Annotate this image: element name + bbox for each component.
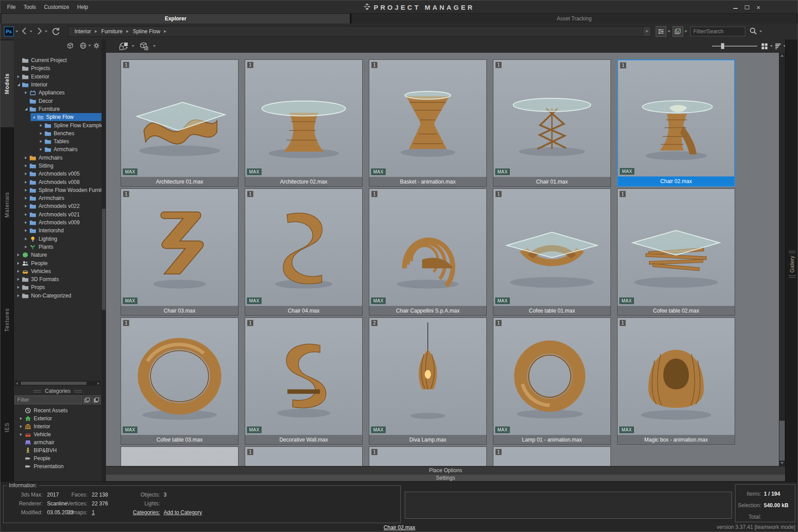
- tree-item-archmodels-v009[interactable]: Archmodels v009: [14, 219, 102, 227]
- tree-vertical-scrollbar[interactable]: [102, 39, 106, 481]
- tree-item-spline-flow-wooden-furniture[interactable]: Spline Flow Wooden Furniture: [14, 186, 102, 194]
- asset-card-cofee-table-03-max[interactable]: 1MAXCofee table 03.max: [121, 317, 239, 445]
- tree-item-people[interactable]: People: [14, 259, 102, 267]
- tree-item-current-project[interactable]: Current Project: [14, 56, 102, 64]
- expand-arrow-icon[interactable]: [16, 270, 21, 273]
- expand-arrow-icon[interactable]: [38, 140, 44, 143]
- asset-card[interactable]: [121, 446, 239, 466]
- info-label[interactable]: Categories:: [109, 509, 160, 516]
- gear-icon[interactable]: [93, 42, 100, 49]
- sort-icon[interactable]: [775, 43, 782, 50]
- photoshop-button[interactable]: Ps: [4, 27, 14, 36]
- expand-arrow-icon[interactable]: [16, 254, 21, 256]
- view-dropdown-icon[interactable]: [770, 45, 773, 47]
- back-dropdown-icon[interactable]: [30, 31, 32, 32]
- scroll-left-icon[interactable]: [16, 382, 18, 385]
- tree-item-sitting[interactable]: Sitting: [14, 162, 102, 170]
- tree-item-non-categorized[interactable]: Non-Categorized: [14, 292, 102, 300]
- asset-card-architecture-02-max[interactable]: 1MAXArchitecture 02.max: [245, 59, 363, 187]
- tree-item-archmodels-v022[interactable]: Archmodels v022: [14, 202, 102, 210]
- menu-file[interactable]: File: [3, 2, 20, 12]
- expand-arrow-icon[interactable]: [18, 417, 24, 420]
- asset-card-cofee-table-02-max[interactable]: 1MAXCofee table 02.max: [617, 188, 735, 316]
- asset-card[interactable]: 1: [493, 446, 611, 466]
- merge-dropdown-icon[interactable]: [153, 45, 156, 47]
- tree-item-spline-flow-example-mode[interactable]: Spline Flow Example Mode: [14, 121, 102, 129]
- search-dropdown-icon[interactable]: [759, 31, 762, 32]
- asset-card-magic-box-animation-max[interactable]: 1MAXMagic box - animation.max: [617, 317, 735, 445]
- tree-item-lighting[interactable]: Lighting: [14, 235, 102, 243]
- selected-file-link[interactable]: Chair 02.max: [383, 524, 415, 531]
- tab-gallery[interactable]: Gallery: [786, 231, 798, 297]
- expand-arrow-icon[interactable]: [16, 294, 21, 297]
- close-button[interactable]: ×: [756, 4, 760, 11]
- scrollbar-thumb[interactable]: [102, 209, 106, 310]
- expand-arrow-icon[interactable]: [23, 156, 29, 159]
- scroll-up-icon[interactable]: [780, 55, 784, 57]
- tree-item-arrmchairs[interactable]: Arrmchairs: [14, 194, 102, 202]
- replace-asset-icon[interactable]: [118, 41, 129, 51]
- tree-item-archmodels-v008[interactable]: Archmodels v008: [14, 178, 102, 186]
- tree-item-props[interactable]: Props: [14, 283, 102, 291]
- asset-card-chair-01-max[interactable]: 1MAXChair 01.max: [493, 59, 611, 187]
- expand-arrow-icon[interactable]: [23, 238, 29, 240]
- match-mode-alt-button[interactable]: [92, 395, 101, 404]
- tree-item-projects[interactable]: Projects: [14, 64, 102, 72]
- category-item-people[interactable]: People: [14, 454, 102, 462]
- asset-card-cofee-table-01-max[interactable]: 1MAXCofee table 01.max: [493, 188, 611, 316]
- tree-horizontal-scrollbar[interactable]: [15, 381, 101, 386]
- search-input[interactable]: [690, 27, 745, 36]
- asset-card-architecture-01-max[interactable]: 1MAXArchitecture 01.max: [121, 59, 239, 187]
- scrollbar-thumb[interactable]: [21, 382, 86, 385]
- asset-card-decorative-wall-max[interactable]: 1MAXDecorative Wall.max: [245, 317, 363, 445]
- tab-models[interactable]: Models: [0, 40, 14, 127]
- tree-item-plants[interactable]: Plants: [14, 243, 102, 251]
- expand-arrow-icon[interactable]: [18, 433, 24, 436]
- ps-dropdown-icon[interactable]: [16, 31, 18, 32]
- breadcrumb-item[interactable]: Furniture: [98, 28, 125, 35]
- expand-arrow-icon[interactable]: [23, 189, 29, 192]
- asset-card-lamp-01-animation-max[interactable]: 1MAXLamp 01 - animation.max: [493, 317, 611, 445]
- filter-options-button[interactable]: [656, 26, 666, 37]
- search-icon[interactable]: [749, 27, 758, 35]
- tree-item-vehicles[interactable]: Vehicles: [14, 267, 102, 275]
- categories-filter-input[interactable]: [15, 395, 82, 404]
- tab-explorer[interactable]: Explorer: [1, 14, 350, 23]
- menu-help[interactable]: Help: [73, 2, 92, 12]
- filter-options-dropdown-icon[interactable]: [668, 31, 670, 32]
- expand-arrow-icon[interactable]: [23, 213, 29, 216]
- asset-card[interactable]: 1: [245, 446, 363, 466]
- scrollbar-thumb[interactable]: [779, 421, 785, 461]
- expand-arrow-icon[interactable]: [16, 278, 21, 281]
- tab-textures[interactable]: Textures: [0, 288, 14, 352]
- tree-item-decor[interactable]: Decor: [14, 97, 102, 105]
- expand-arrow-icon[interactable]: [23, 164, 29, 167]
- tab-asset-tracking[interactable]: Asset Tracking: [352, 14, 797, 23]
- network-dropdown-icon[interactable]: [88, 45, 91, 47]
- expand-arrow-icon[interactable]: [23, 221, 29, 224]
- forward-button[interactable]: [36, 27, 43, 35]
- expand-arrow-icon[interactable]: [38, 124, 44, 127]
- network-icon[interactable]: [79, 42, 87, 49]
- tab-materials[interactable]: Materials: [0, 172, 14, 237]
- asset-card-chair-cappellini-s-p-a-max[interactable]: 1MAXChair Cappellini S.p.A.max: [369, 188, 487, 316]
- breadcrumb-dropdown-button[interactable]: [643, 27, 650, 36]
- menu-customize[interactable]: Customize: [40, 2, 73, 12]
- tab-ies[interactable]: IES: [0, 414, 14, 441]
- category-item-armchair[interactable]: armchair: [14, 438, 102, 446]
- info-value[interactable]: 1: [92, 509, 95, 516]
- tree-item-appliances[interactable]: Appliances: [14, 89, 102, 97]
- grid-vertical-scrollbar[interactable]: [779, 53, 785, 466]
- expand-arrow-icon[interactable]: [16, 83, 21, 86]
- batch-select-dropdown-icon[interactable]: [685, 31, 687, 32]
- asset-card-diva-lamp-max[interactable]: 2MAXDiva Lamp.max: [369, 317, 487, 445]
- breadcrumb-item[interactable]: Interior: [72, 28, 94, 35]
- asset-card-chair-04-max[interactable]: 1MAXChair 04.max: [245, 188, 363, 316]
- tree-item-exterior[interactable]: Exterior: [14, 73, 102, 81]
- tree-item-tables[interactable]: Tables: [14, 137, 102, 145]
- forward-dropdown-icon[interactable]: [45, 31, 47, 32]
- expand-arrow-icon[interactable]: [23, 181, 29, 184]
- category-item-vehicle[interactable]: Vehicle: [14, 430, 102, 438]
- tree-item-spline-flow[interactable]: Spline Flow: [14, 113, 102, 121]
- slider-thumb[interactable]: [721, 43, 724, 49]
